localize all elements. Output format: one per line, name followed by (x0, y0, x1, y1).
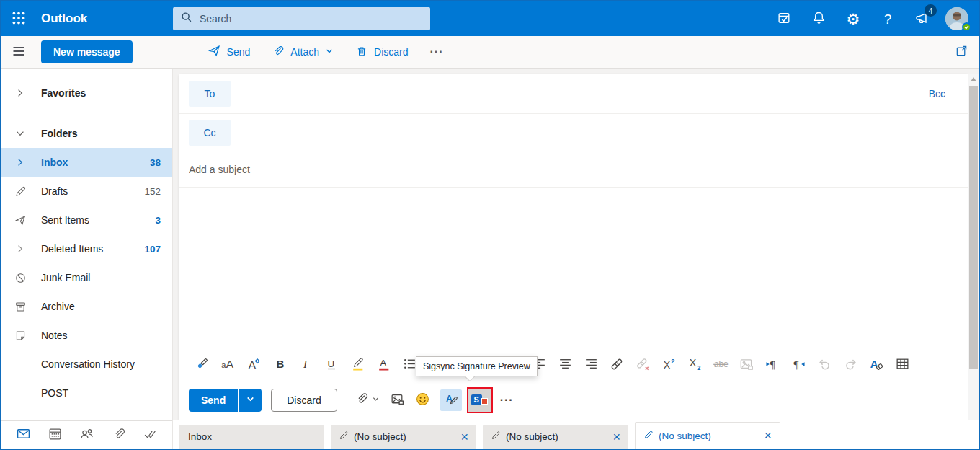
subject-input[interactable] (189, 164, 958, 175)
sidebar-item-archive[interactable]: Archive (1, 292, 172, 321)
sidebar-item-conversation-history[interactable]: Conversation History (1, 350, 172, 379)
svg-text:A: A (249, 358, 257, 370)
sidebar-item-inbox[interactable]: Inbox 38 (1, 148, 172, 177)
sidebar-item-notes[interactable]: Notes (1, 321, 172, 350)
close-icon[interactable]: × (764, 429, 772, 442)
my-day-button[interactable] (767, 1, 801, 36)
mail-module-button[interactable] (11, 423, 35, 447)
search-box[interactable] (173, 7, 430, 30)
send-command-label: Send (227, 46, 251, 58)
underline-icon[interactable]: U (318, 353, 344, 376)
folder-label: Inbox (41, 156, 68, 168)
tasks-module-button[interactable] (138, 423, 163, 447)
highlight-icon[interactable] (344, 353, 370, 376)
insert-picture-button[interactable] (390, 389, 405, 412)
sidebar-item-sent-items[interactable]: Sent Items 3 (1, 206, 172, 234)
sidebar-section-favorites[interactable]: Favorites (1, 79, 172, 107)
main-area: To Bcc Cc (173, 69, 979, 449)
tab-no-subject-2[interactable]: (No subject) × (483, 425, 628, 449)
font-icon[interactable]: aA (215, 353, 241, 376)
app-launcher-button[interactable] (1, 1, 36, 36)
trash-icon (355, 45, 368, 60)
send-command-button[interactable]: Send (208, 44, 251, 60)
outlook-window: Outlook (0, 0, 980, 450)
svg-text:I: I (303, 358, 308, 370)
sigsync-signature-preview-button[interactable]: S (467, 387, 493, 413)
insert-emoji-button[interactable] (415, 389, 430, 412)
sidebar-item-deleted-items[interactable]: Deleted Items 107 (1, 234, 172, 263)
close-icon[interactable]: × (612, 431, 620, 444)
discard-button[interactable]: Discard (271, 389, 337, 412)
draw-text-pen-button[interactable]: A (440, 389, 462, 411)
align-right-icon[interactable] (578, 353, 604, 376)
message-body[interactable] (179, 188, 968, 349)
close-icon[interactable]: × (460, 431, 468, 444)
folder-nav: Favorites Folders Inbox 38 (1, 69, 172, 420)
collapse-nav-button[interactable] (1, 36, 36, 68)
undo-icon[interactable] (811, 353, 837, 376)
bcc-link[interactable]: Bcc (929, 88, 945, 100)
item-count: 152 (144, 186, 161, 197)
new-message-button[interactable]: New message (41, 40, 133, 63)
tab-inbox[interactable]: Inbox (179, 425, 324, 449)
attach-command-button[interactable]: Attach (272, 45, 334, 60)
superscript-icon[interactable]: X2 (656, 353, 682, 376)
format-painter-icon[interactable] (189, 353, 215, 376)
insert-table-icon[interactable] (889, 353, 915, 376)
insert-image-icon[interactable] (734, 353, 760, 376)
cc-button[interactable]: Cc (189, 120, 231, 146)
send-icon (208, 44, 221, 60)
more-commands-button[interactable]: ··· (429, 45, 443, 58)
align-center-icon[interactable] (552, 353, 578, 376)
compose-wrap: To Bcc Cc (173, 69, 979, 420)
attach-file-button[interactable] (355, 389, 380, 412)
bold-icon[interactable]: B (267, 353, 293, 376)
send-split-button: Send (189, 389, 262, 412)
italic-icon[interactable]: I (293, 353, 318, 376)
sidebar-item-junk-email[interactable]: Junk Email (1, 263, 172, 292)
scrollbar-up-arrow[interactable] (971, 77, 976, 81)
more-compose-actions-button[interactable]: ··· (500, 389, 514, 412)
sidebar-item-drafts[interactable]: Drafts 152 (1, 177, 172, 206)
people-module-button[interactable] (74, 423, 99, 447)
folder-label: Conversation History (41, 358, 135, 370)
help-button[interactable]: ? (870, 1, 905, 36)
command-bar: New message Send Attach (1, 36, 979, 69)
scrollbar-thumb[interactable] (969, 86, 978, 369)
subscript-icon[interactable]: X2 (682, 353, 708, 376)
send-options-button[interactable] (239, 389, 262, 412)
strikethrough-icon[interactable]: abe (708, 353, 734, 376)
font-color-icon[interactable]: A (370, 353, 396, 376)
unlink-icon[interactable] (630, 353, 656, 376)
to-button[interactable]: To (189, 81, 231, 107)
left-to-right-icon[interactable]: ¶ (760, 353, 785, 376)
scrollbar[interactable] (968, 74, 979, 420)
link-icon[interactable] (604, 353, 630, 376)
send-button[interactable]: Send (189, 389, 238, 412)
whats-new-button[interactable]: 4 (905, 1, 940, 36)
tab-no-subject-1[interactable]: (No subject) × (331, 425, 476, 449)
settings-button[interactable]: ⚙ (836, 1, 870, 36)
discard-command-button[interactable]: Discard (355, 45, 408, 60)
paperclip-icon (272, 45, 285, 60)
app-launcher-grid-icon (11, 10, 27, 28)
tab-no-subject-3-active[interactable]: (No subject) × (635, 422, 780, 449)
sidebar-item-post[interactable]: POST (1, 379, 172, 407)
font-size-icon[interactable]: A (241, 353, 267, 376)
sidebar-section-folders[interactable]: Folders (1, 119, 172, 148)
folder-label: Sent Items (41, 214, 89, 226)
calendar-module-button[interactable] (43, 423, 67, 447)
redo-icon[interactable] (837, 353, 863, 376)
my-day-calendar-icon (777, 10, 792, 27)
search-input[interactable] (200, 13, 423, 25)
tooltip-sigsync-signature-preview: Sigsync Signature Preview (416, 356, 538, 376)
open-in-new-window-button[interactable] (955, 44, 968, 60)
right-to-left-icon[interactable]: ¶ (785, 353, 811, 376)
notifications-button[interactable] (801, 1, 836, 36)
account-button[interactable] (940, 1, 974, 36)
whats-new-count-badge: 4 (925, 4, 937, 17)
attachments-module-button[interactable] (107, 423, 131, 447)
content-area: Favorites Folders Inbox 38 (1, 69, 979, 449)
popout-icon (955, 49, 968, 60)
clear-formatting-icon[interactable]: A (863, 353, 889, 376)
